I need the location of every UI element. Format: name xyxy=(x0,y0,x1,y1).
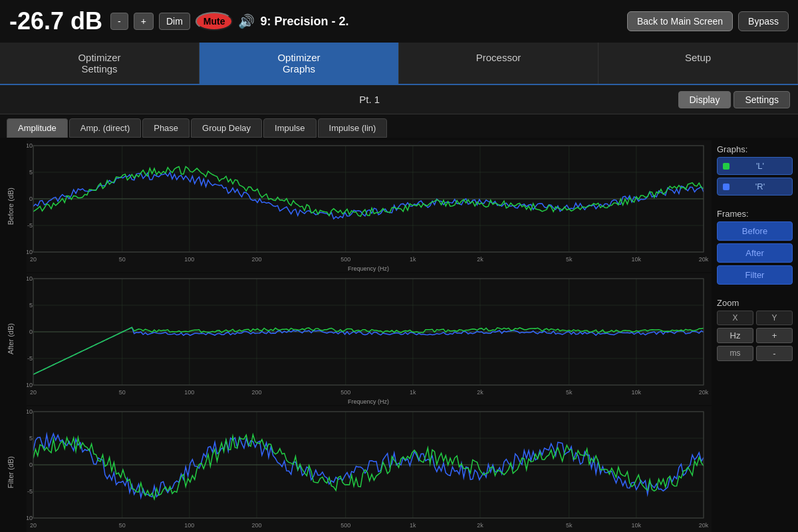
zoom-ms-button[interactable]: ms xyxy=(717,346,753,361)
graph-l-dot xyxy=(723,163,730,170)
dim-button[interactable]: Dim xyxy=(159,13,190,30)
tab-optimizer-graphs[interactable]: OptimizerGraphs xyxy=(200,43,399,84)
graph-r-label: 'R' xyxy=(733,182,787,192)
preset-name: 9: Precision - 2. xyxy=(260,15,621,29)
graph-l-label: 'L' xyxy=(733,161,787,171)
after-chart-wrapper xyxy=(27,273,712,405)
after-frame-button[interactable]: After xyxy=(717,243,793,263)
speaker-icon: 🔊 xyxy=(238,13,255,29)
tab-impulse[interactable]: Impulse xyxy=(263,118,317,138)
main-content: Before (dB) After (dB) Filter (dB) Graph… xyxy=(0,138,798,532)
frames-section: Frames: Before After Filter xyxy=(717,209,793,285)
before-chart-container: Before (dB) xyxy=(7,140,712,272)
db-display: -26.7 dB xyxy=(9,7,102,35)
tab-processor[interactable]: Processor xyxy=(399,43,598,84)
sub-header: Pt. 1 Display Settings xyxy=(0,85,798,114)
filter-chart xyxy=(27,406,712,532)
bypass-button[interactable]: Bypass xyxy=(738,11,789,31)
pt-label: Pt. 1 xyxy=(61,94,678,105)
tab-amplitude[interactable]: Amplitude xyxy=(7,118,68,138)
zoom-x-label: X xyxy=(717,311,753,325)
header: -26.7 dB - + Dim Mute 🔊 9: Precision - 2… xyxy=(0,0,798,43)
tab-setup[interactable]: Setup xyxy=(598,43,798,84)
zoom-grid: X Y Hz + ms - xyxy=(717,311,793,361)
filter-chart-wrapper xyxy=(27,406,712,532)
tab-amp-direct[interactable]: Amp. (direct) xyxy=(69,118,141,138)
zoom-y-label: Y xyxy=(756,311,793,325)
volume-down-button[interactable]: - xyxy=(110,13,128,30)
zoom-label: Zoom xyxy=(717,298,793,308)
mute-button[interactable]: Mute xyxy=(196,12,233,31)
zoom-minus-button[interactable]: - xyxy=(756,346,793,361)
back-to-main-button[interactable]: Back to Main Screen xyxy=(627,11,733,31)
filter-frame-button[interactable]: Filter xyxy=(717,265,793,285)
volume-up-button[interactable]: + xyxy=(134,13,154,30)
charts-area: Before (dB) After (dB) Filter (dB) xyxy=(0,138,712,532)
zoom-plus-button[interactable]: + xyxy=(756,328,793,343)
graph-tabs: Amplitude Amp. (direct) Phase Group Dela… xyxy=(0,114,798,138)
settings-tab[interactable]: Settings xyxy=(733,91,790,108)
graphs-section: Graphs: 'L' 'R' xyxy=(717,144,793,196)
filter-chart-container: Filter (dB) xyxy=(7,406,712,532)
before-chart xyxy=(27,140,712,272)
graph-l-button[interactable]: 'L' xyxy=(717,157,793,175)
tab-phase[interactable]: Phase xyxy=(142,118,190,138)
display-tab[interactable]: Display xyxy=(678,91,732,108)
right-panel: Graphs: 'L' 'R' Frames: Before After Fil… xyxy=(712,138,798,532)
before-ylabel: Before (dB) xyxy=(7,188,27,225)
before-chart-wrapper xyxy=(27,140,712,272)
before-frame-button[interactable]: Before xyxy=(717,221,793,241)
tab-optimizer-settings[interactable]: OptimizerSettings xyxy=(0,43,200,84)
nav-tabs: OptimizerSettings OptimizerGraphs Proces… xyxy=(0,43,798,85)
tab-impulse-lin[interactable]: Impulse (lin) xyxy=(318,118,388,138)
graph-r-button[interactable]: 'R' xyxy=(717,178,793,196)
after-ylabel: After (dB) xyxy=(7,323,27,354)
zoom-hz-button[interactable]: Hz xyxy=(717,328,753,343)
filter-ylabel: Filter (dB) xyxy=(7,456,27,488)
tab-group-delay[interactable]: Group Delay xyxy=(191,118,262,138)
graph-r-dot xyxy=(723,184,730,190)
graphs-label: Graphs: xyxy=(717,144,793,154)
frames-label: Frames: xyxy=(717,209,793,219)
zoom-section: Zoom X Y Hz + ms - xyxy=(717,298,793,361)
after-chart xyxy=(27,273,712,405)
after-chart-container: After (dB) xyxy=(7,273,712,405)
